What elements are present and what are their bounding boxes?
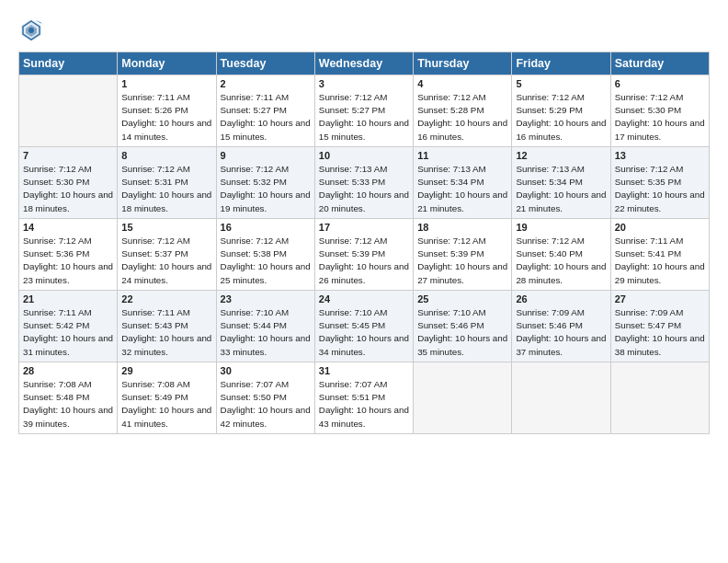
- calendar-cell: 30Sunrise: 7:07 AMSunset: 5:50 PMDayligh…: [216, 362, 314, 434]
- calendar-cell: 7Sunrise: 7:12 AMSunset: 5:30 PMDaylight…: [19, 147, 118, 219]
- day-info: Sunrise: 7:10 AMSunset: 5:45 PMDaylight:…: [319, 306, 409, 359]
- day-info: Sunrise: 7:11 AMSunset: 5:27 PMDaylight:…: [221, 91, 311, 144]
- calendar-cell: 31Sunrise: 7:07 AMSunset: 5:51 PMDayligh…: [314, 362, 413, 434]
- day-number: 18: [417, 222, 507, 233]
- day-info: Sunrise: 7:12 AMSunset: 5:39 PMDaylight:…: [319, 235, 409, 287]
- day-number: 14: [23, 222, 113, 233]
- day-number: 22: [121, 293, 211, 304]
- day-info: Sunrise: 7:12 AMSunset: 5:28 PMDaylight:…: [417, 91, 507, 144]
- calendar-cell: 5Sunrise: 7:12 AMSunset: 5:29 PMDaylight…: [512, 75, 610, 147]
- day-number: 16: [221, 222, 311, 233]
- day-info: Sunrise: 7:12 AMSunset: 5:38 PMDaylight:…: [221, 235, 311, 287]
- calendar-cell: 9Sunrise: 7:12 AMSunset: 5:32 PMDaylight…: [216, 147, 314, 219]
- day-number: 8: [121, 150, 211, 161]
- day-number: 29: [121, 365, 211, 376]
- day-number: 21: [23, 293, 113, 304]
- day-number: 26: [516, 293, 606, 304]
- day-info: Sunrise: 7:11 AMSunset: 5:42 PMDaylight:…: [23, 306, 113, 359]
- logo: [18, 17, 48, 42]
- day-number: 10: [319, 150, 409, 161]
- calendar-cell: 26Sunrise: 7:09 AMSunset: 5:46 PMDayligh…: [512, 291, 610, 362]
- day-number: 5: [516, 78, 606, 89]
- day-number: 20: [615, 222, 705, 233]
- page: SundayMondayTuesdayWednesdayThursdayFrid…: [0, 0, 728, 563]
- day-info: Sunrise: 7:12 AMSunset: 5:27 PMDaylight:…: [319, 91, 409, 144]
- logo-icon: [18, 17, 44, 42]
- calendar-cell: [19, 75, 118, 147]
- day-info: Sunrise: 7:09 AMSunset: 5:47 PMDaylight:…: [615, 306, 705, 359]
- day-number: 4: [417, 78, 507, 89]
- calendar-cell: 10Sunrise: 7:13 AMSunset: 5:33 PMDayligh…: [314, 147, 413, 219]
- weekday-header-tuesday: Tuesday: [216, 52, 314, 75]
- calendar-cell: 18Sunrise: 7:12 AMSunset: 5:39 PMDayligh…: [414, 219, 512, 291]
- weekday-header-monday: Monday: [118, 52, 216, 75]
- day-number: 3: [319, 78, 409, 89]
- header: [18, 17, 710, 42]
- weekday-header-saturday: Saturday: [610, 52, 709, 75]
- day-info: Sunrise: 7:10 AMSunset: 5:44 PMDaylight:…: [221, 306, 311, 359]
- calendar-cell: 12Sunrise: 7:13 AMSunset: 5:34 PMDayligh…: [512, 147, 610, 219]
- day-info: Sunrise: 7:12 AMSunset: 5:40 PMDaylight:…: [516, 235, 606, 287]
- day-info: Sunrise: 7:12 AMSunset: 5:30 PMDaylight:…: [23, 163, 113, 215]
- calendar-cell: [414, 362, 512, 434]
- day-number: 15: [121, 222, 211, 233]
- day-number: 7: [23, 150, 113, 161]
- calendar-cell: 4Sunrise: 7:12 AMSunset: 5:28 PMDaylight…: [414, 75, 512, 147]
- day-info: Sunrise: 7:12 AMSunset: 5:36 PMDaylight:…: [23, 235, 113, 287]
- calendar-cell: 6Sunrise: 7:12 AMSunset: 5:30 PMDaylight…: [610, 75, 709, 147]
- weekday-header-friday: Friday: [512, 52, 610, 75]
- calendar-cell: 19Sunrise: 7:12 AMSunset: 5:40 PMDayligh…: [512, 219, 610, 291]
- week-row-5: 28Sunrise: 7:08 AMSunset: 5:48 PMDayligh…: [19, 362, 710, 434]
- calendar-cell: 2Sunrise: 7:11 AMSunset: 5:27 PMDaylight…: [216, 75, 314, 147]
- day-number: 30: [221, 365, 311, 376]
- calendar-cell: 23Sunrise: 7:10 AMSunset: 5:44 PMDayligh…: [216, 291, 314, 362]
- week-row-1: 1Sunrise: 7:11 AMSunset: 5:26 PMDaylight…: [19, 75, 710, 147]
- calendar-cell: 3Sunrise: 7:12 AMSunset: 5:27 PMDaylight…: [314, 75, 413, 147]
- day-info: Sunrise: 7:08 AMSunset: 5:49 PMDaylight:…: [121, 378, 211, 431]
- day-number: 1: [121, 78, 211, 89]
- calendar-cell: 22Sunrise: 7:11 AMSunset: 5:43 PMDayligh…: [118, 291, 216, 362]
- day-info: Sunrise: 7:12 AMSunset: 5:31 PMDaylight:…: [121, 163, 211, 215]
- calendar-cell: 21Sunrise: 7:11 AMSunset: 5:42 PMDayligh…: [19, 291, 118, 362]
- day-info: Sunrise: 7:11 AMSunset: 5:43 PMDaylight:…: [121, 306, 211, 359]
- day-info: Sunrise: 7:12 AMSunset: 5:39 PMDaylight:…: [417, 235, 507, 287]
- day-info: Sunrise: 7:12 AMSunset: 5:30 PMDaylight:…: [615, 91, 705, 144]
- day-info: Sunrise: 7:11 AMSunset: 5:41 PMDaylight:…: [615, 235, 705, 287]
- calendar-cell: 16Sunrise: 7:12 AMSunset: 5:38 PMDayligh…: [216, 219, 314, 291]
- day-info: Sunrise: 7:13 AMSunset: 5:34 PMDaylight:…: [417, 163, 507, 215]
- day-number: 17: [319, 222, 409, 233]
- day-info: Sunrise: 7:07 AMSunset: 5:51 PMDaylight:…: [319, 378, 409, 431]
- day-number: 19: [516, 222, 606, 233]
- calendar-cell: [512, 362, 610, 434]
- calendar-cell: 25Sunrise: 7:10 AMSunset: 5:46 PMDayligh…: [414, 291, 512, 362]
- calendar-cell: [610, 362, 709, 434]
- day-number: 2: [221, 78, 311, 89]
- day-info: Sunrise: 7:10 AMSunset: 5:46 PMDaylight:…: [417, 306, 507, 359]
- calendar-cell: 24Sunrise: 7:10 AMSunset: 5:45 PMDayligh…: [314, 291, 413, 362]
- calendar-cell: 27Sunrise: 7:09 AMSunset: 5:47 PMDayligh…: [610, 291, 709, 362]
- day-number: 13: [615, 150, 705, 161]
- calendar-cell: 1Sunrise: 7:11 AMSunset: 5:26 PMDaylight…: [118, 75, 216, 147]
- day-number: 12: [516, 150, 606, 161]
- calendar-cell: 29Sunrise: 7:08 AMSunset: 5:49 PMDayligh…: [118, 362, 216, 434]
- day-number: 31: [319, 365, 409, 376]
- day-info: Sunrise: 7:12 AMSunset: 5:32 PMDaylight:…: [221, 163, 311, 215]
- week-row-4: 21Sunrise: 7:11 AMSunset: 5:42 PMDayligh…: [19, 291, 710, 362]
- calendar-cell: 8Sunrise: 7:12 AMSunset: 5:31 PMDaylight…: [118, 147, 216, 219]
- calendar-cell: 11Sunrise: 7:13 AMSunset: 5:34 PMDayligh…: [414, 147, 512, 219]
- day-number: 6: [615, 78, 705, 89]
- day-number: 24: [319, 293, 409, 304]
- week-row-2: 7Sunrise: 7:12 AMSunset: 5:30 PMDaylight…: [19, 147, 710, 219]
- day-info: Sunrise: 7:12 AMSunset: 5:35 PMDaylight:…: [615, 163, 705, 215]
- calendar-cell: 17Sunrise: 7:12 AMSunset: 5:39 PMDayligh…: [314, 219, 413, 291]
- calendar-table: SundayMondayTuesdayWednesdayThursdayFrid…: [18, 52, 710, 434]
- svg-point-3: [28, 28, 34, 33]
- weekday-header-row: SundayMondayTuesdayWednesdayThursdayFrid…: [19, 52, 710, 75]
- day-info: Sunrise: 7:07 AMSunset: 5:50 PMDaylight:…: [221, 378, 311, 431]
- calendar-cell: 20Sunrise: 7:11 AMSunset: 5:41 PMDayligh…: [610, 219, 709, 291]
- day-number: 27: [615, 293, 705, 304]
- day-number: 25: [417, 293, 507, 304]
- calendar-cell: 15Sunrise: 7:12 AMSunset: 5:37 PMDayligh…: [118, 219, 216, 291]
- weekday-header-thursday: Thursday: [414, 52, 512, 75]
- day-info: Sunrise: 7:08 AMSunset: 5:48 PMDaylight:…: [23, 378, 113, 431]
